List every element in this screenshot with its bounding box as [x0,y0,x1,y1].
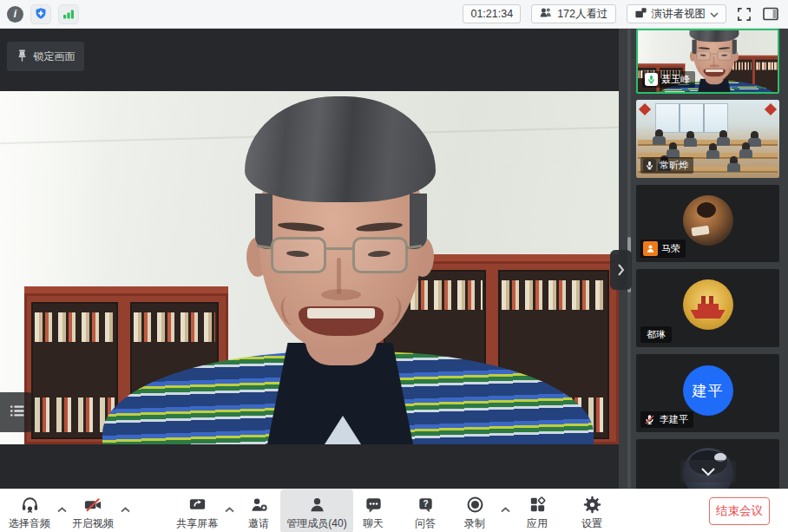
layout-view-icon [634,6,647,22]
pin-view-label: 锁定画面 [34,49,76,64]
participant-name: 常昕烨 [660,159,688,172]
participant-tile[interactable]: 聂玉峰 [636,29,779,94]
invite-button[interactable]: 邀请 [240,493,277,529]
camera-off-icon [82,495,103,515]
settings-gear-icon [582,495,602,515]
chat-button[interactable]: 聊天 [355,493,391,529]
viewers-icon [539,7,553,21]
qa-button[interactable]: ? 问答 [407,493,443,529]
main-video [0,91,619,444]
view-mode-selector[interactable]: 演讲者视图 [627,4,727,23]
avatar-initials: 建平 [693,381,724,401]
top-bar-left: i [7,4,79,24]
participant-tile[interactable]: 马荣 [636,185,779,262]
pin-view-button[interactable]: 锁定画面 [7,42,84,71]
viewers-chip[interactable]: 172人看过 [531,4,615,23]
participant-avatar [683,195,733,246]
participant-tile[interactable]: 常昕烨 [636,100,779,178]
speaker-video-scene [0,91,619,444]
apps-button[interactable]: 应用 [519,493,555,529]
video-options-caret[interactable] [121,501,130,516]
chevron-down-icon [710,8,719,20]
participant-name-strip: 常昕烨 [640,157,693,174]
participant-tile[interactable]: 建平 李建平 [636,354,779,432]
audio-options-caret[interactable] [57,501,67,516]
settings-button[interactable]: 设置 [574,493,610,529]
participant-tile[interactable]: 都琳 [636,269,779,347]
participant-avatar: 建平 [683,365,733,416]
participant-name: 李建平 [660,413,688,426]
participants-sidebar: 聂玉峰 [619,29,788,489]
members-icon [307,495,327,515]
top-bar-right: 01:21:34 172人看过 演讲者视图 [463,4,779,23]
chat-icon [364,495,384,515]
speaker-glasses [271,237,326,273]
viewers-count: 172人看过 [557,7,607,22]
meeting-stage: 锁定画面 [0,29,788,489]
manage-members-button[interactable]: 管理成员(40) [280,493,353,529]
record-button[interactable]: 录制 [456,493,494,529]
record-icon [465,495,485,515]
meeting-timer: 01:21:34 [463,4,521,23]
panel-toggle-icon[interactable] [762,6,779,22]
fullscreen-icon[interactable] [737,7,752,22]
main-speaker-area: 锁定画面 [0,29,619,489]
scroll-more-button[interactable] [680,460,736,483]
select-audio-button[interactable]: 选择音频 [5,493,54,529]
participant-avatar [683,279,733,330]
record-options-caret[interactable] [501,501,510,516]
qa-icon: ? [416,495,436,515]
participant-name: 聂玉峰 [661,73,690,86]
chevron-right-icon [617,263,625,277]
invite-icon [249,495,269,515]
sidebar-collapse-handle[interactable] [610,250,632,290]
meeting-info-icon[interactable]: i [7,6,23,23]
apps-icon [528,495,548,515]
start-video-button[interactable]: 开启视频 [69,493,117,529]
view-mode-label: 演讲者视图 [652,7,706,22]
svg-text:?: ? [423,499,428,509]
timer-value: 01:21:34 [470,8,513,20]
participant-name-strip: 聂玉峰 [642,71,695,88]
participant-name-strip: 马荣 [640,240,686,258]
participant-tile[interactable] [636,439,779,489]
share-screen-icon [187,495,207,515]
top-bar: i 01:21:34 172人看过 演讲者视图 [0,0,788,29]
mic-on-icon [643,159,656,172]
chevron-down-icon [700,467,716,476]
meeting-window: i 01:21:34 172人看过 演讲者视图 [0,0,788,532]
list-icon [10,404,26,421]
pin-icon [16,49,28,65]
list-view-toggle[interactable] [0,392,35,432]
end-meeting-button[interactable]: 结束会议 [709,497,770,525]
participant-name-strip: 李建平 [640,411,693,428]
network-signal-icon[interactable] [58,4,79,24]
participant-name-strip: 都琳 [640,326,672,343]
bottom-toolbar: 选择音频 开启视频 共享屏幕 邀请 [0,489,788,532]
mic-muted-icon [643,413,656,426]
member-status-icon [643,241,658,256]
security-shield-icon[interactable] [30,4,51,24]
participant-name: 马荣 [661,242,680,255]
mic-active-icon [645,73,658,86]
headset-icon [20,495,40,515]
share-options-caret[interactable] [225,501,234,516]
share-screen-button[interactable]: 共享屏幕 [173,493,221,529]
participant-name: 都琳 [647,328,666,341]
speaker-hair [245,96,436,202]
